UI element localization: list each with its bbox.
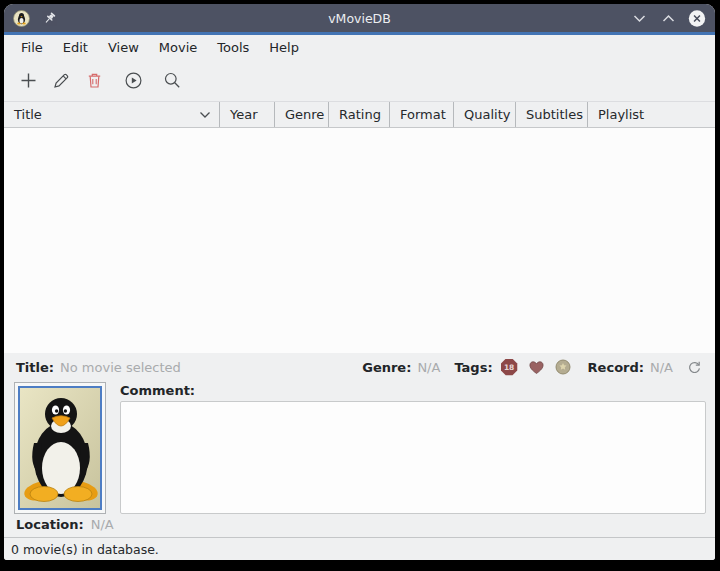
menu-tools[interactable]: Tools	[207, 37, 259, 58]
play-icon	[124, 71, 143, 90]
movie-table-header: Title Year Genre Rating Format Quality S…	[4, 101, 715, 128]
menu-movie[interactable]: Movie	[149, 37, 207, 58]
details-panel: Title: No movie selected Genre: N/A Tags…	[4, 353, 715, 537]
statusbar: 0 movie(s) in database.	[4, 537, 715, 560]
titlebar: vMovieDB	[4, 4, 715, 32]
poster-frame	[14, 382, 106, 514]
menubar: File Edit View Movie Tools Help	[4, 35, 715, 60]
pin-icon[interactable]	[42, 11, 57, 26]
column-header-playlist[interactable]: Playlist	[588, 102, 715, 127]
column-header-genre[interactable]: Genre	[275, 102, 329, 127]
title-label: Title:	[16, 360, 54, 375]
column-header-subtitles[interactable]: Subtitles	[516, 102, 588, 127]
maximize-icon[interactable]	[659, 9, 677, 27]
location-row: Location: N/A	[4, 514, 715, 535]
details-info-row: Title: No movie selected Genre: N/A Tags…	[4, 353, 715, 381]
app-icon	[13, 10, 30, 27]
pencil-icon	[52, 71, 71, 90]
location-label: Location:	[16, 517, 84, 532]
details-main: Comment:	[4, 381, 715, 514]
menu-edit[interactable]: Edit	[53, 37, 98, 58]
menu-file[interactable]: File	[11, 37, 53, 58]
close-icon[interactable]	[688, 9, 706, 27]
statusbar-text: 0 movie(s) in database.	[11, 542, 159, 557]
delete-movie-button[interactable]	[81, 68, 107, 94]
column-header-format[interactable]: Format	[390, 102, 454, 127]
plus-icon	[19, 71, 38, 90]
comment-label: Comment:	[120, 383, 706, 398]
location-value: N/A	[91, 517, 114, 532]
play-movie-button[interactable]	[120, 68, 146, 94]
search-movie-button[interactable]	[159, 68, 185, 94]
genre-value: N/A	[417, 360, 440, 375]
add-movie-button[interactable]	[15, 68, 41, 94]
magnifier-icon	[163, 71, 182, 90]
app-window: vMovieDB File Edit View	[4, 4, 715, 560]
movie-list[interactable]	[4, 128, 715, 353]
window-controls	[630, 9, 706, 27]
menu-view[interactable]: View	[98, 37, 149, 58]
record-value: N/A	[650, 360, 673, 375]
menu-help[interactable]: Help	[259, 37, 309, 58]
window-title: vMovieDB	[4, 11, 715, 26]
title-value: No movie selected	[60, 360, 181, 375]
genre-label: Genre:	[362, 360, 411, 375]
refresh-icon[interactable]	[685, 358, 703, 376]
tux-placeholder-image[interactable]	[18, 386, 102, 510]
record-label: Record:	[588, 360, 644, 375]
toolbar	[4, 60, 715, 101]
age-18-badge-icon[interactable]: 18	[501, 359, 518, 376]
column-header-rating[interactable]: Rating	[329, 102, 390, 127]
edit-movie-button[interactable]	[48, 68, 74, 94]
column-header-year[interactable]: Year	[220, 102, 275, 127]
comment-textarea[interactable]	[120, 401, 706, 514]
star-coin-icon[interactable]	[555, 359, 572, 376]
column-header-quality[interactable]: Quality	[454, 102, 516, 127]
trash-icon	[85, 71, 104, 90]
column-header-title[interactable]: Title	[4, 102, 220, 127]
sort-chevron-down-icon	[199, 111, 211, 119]
minimize-icon[interactable]	[630, 9, 648, 27]
heart-icon[interactable]	[528, 359, 545, 376]
tags-label: Tags:	[454, 360, 492, 375]
